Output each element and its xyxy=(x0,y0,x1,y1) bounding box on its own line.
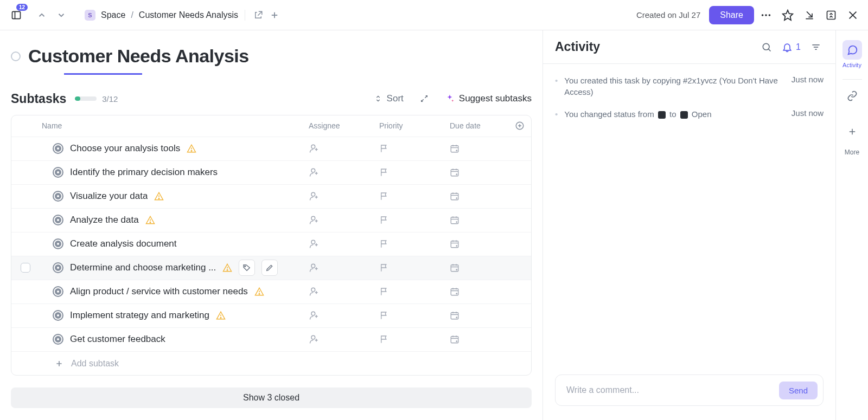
collapse-icon xyxy=(826,10,837,21)
close-button[interactable] xyxy=(846,9,859,22)
assignee-add-icon[interactable] xyxy=(309,167,320,178)
task-status-toggle[interactable] xyxy=(53,238,63,249)
search-icon xyxy=(761,42,772,53)
add-button[interactable] xyxy=(268,9,281,22)
external-link-button[interactable] xyxy=(252,9,265,22)
tag-button[interactable] xyxy=(239,260,255,276)
edit-button[interactable] xyxy=(261,260,278,276)
col-name[interactable]: Name xyxy=(40,121,309,130)
task-status-toggle[interactable] xyxy=(53,215,63,225)
due-date-icon[interactable] xyxy=(450,334,459,344)
table-row[interactable]: Get customer feedback xyxy=(11,328,531,352)
rail-activity-tab[interactable]: Activity xyxy=(840,40,865,68)
assignee-add-icon[interactable] xyxy=(309,238,320,249)
priority-flag-icon[interactable] xyxy=(379,287,389,296)
comment-input[interactable] xyxy=(566,385,779,395)
activity-search-button[interactable] xyxy=(759,40,774,55)
add-column-button[interactable] xyxy=(515,121,531,131)
rail-add-button[interactable] xyxy=(847,127,857,137)
task-status-toggle[interactable] xyxy=(53,191,63,202)
svg-point-16 xyxy=(191,151,192,152)
warning-icon xyxy=(145,215,155,225)
task-title[interactable]: Visualize your data xyxy=(70,191,148,202)
due-date-icon[interactable] xyxy=(450,311,459,320)
table-row[interactable]: Implement strategy and marketing xyxy=(11,304,531,328)
row-checkbox[interactable] xyxy=(21,263,30,273)
priority-flag-icon[interactable] xyxy=(379,215,389,225)
table-row[interactable]: Determine and choose marketing ... xyxy=(11,256,531,280)
table-row[interactable]: Identify the primary decision makers xyxy=(11,161,531,185)
crumb-task[interactable]: Customer Needs Analysis xyxy=(139,10,238,20)
due-date-icon[interactable] xyxy=(450,215,459,225)
task-title[interactable]: Identify the primary decision makers xyxy=(70,167,218,178)
nav-prev-button[interactable] xyxy=(35,8,49,22)
due-date-icon[interactable] xyxy=(450,167,459,177)
priority-flag-icon[interactable] xyxy=(379,239,389,249)
table-row[interactable]: Analyze the data xyxy=(11,209,531,232)
suggest-subtasks-button[interactable]: Suggest subtasks xyxy=(445,93,532,104)
table-row[interactable]: Align product / service with customer ne… xyxy=(11,280,531,304)
table-row[interactable]: Create analysis document xyxy=(11,232,531,256)
add-subtask-row[interactable]: Add subtask xyxy=(11,352,531,376)
task-title[interactable]: Align product / service with customer ne… xyxy=(70,286,248,297)
priority-flag-icon[interactable] xyxy=(379,191,389,201)
notifications-button[interactable]: 1 xyxy=(782,42,801,53)
task-status-toggle[interactable] xyxy=(53,310,63,321)
activity-filter-button[interactable] xyxy=(808,40,824,55)
collapse-button[interactable] xyxy=(825,9,838,22)
task-status-toggle[interactable] xyxy=(53,167,63,178)
activity-heading: Activity xyxy=(555,40,751,54)
task-status-toggle[interactable] xyxy=(53,143,63,154)
expand-button[interactable] xyxy=(420,94,429,103)
due-date-icon[interactable] xyxy=(450,263,459,273)
col-priority[interactable]: Priority xyxy=(379,121,450,130)
task-title[interactable]: Choose your analysis tools xyxy=(70,143,180,154)
table-row[interactable]: Visualize your data xyxy=(11,185,531,209)
task-status-toggle[interactable] xyxy=(53,286,63,297)
assignee-add-icon[interactable] xyxy=(309,215,320,225)
comment-box[interactable]: Send xyxy=(555,374,824,406)
sort-button[interactable]: Sort xyxy=(374,93,404,104)
dots-icon xyxy=(760,9,772,21)
crumb-space[interactable]: Space xyxy=(101,10,125,20)
favorite-button[interactable] xyxy=(781,9,794,22)
task-title[interactable]: Create analysis document xyxy=(70,238,177,249)
assignee-add-icon[interactable] xyxy=(309,334,320,345)
due-date-icon[interactable] xyxy=(450,239,459,249)
assignee-add-icon[interactable] xyxy=(309,143,320,154)
task-status-toggle[interactable] xyxy=(53,262,63,273)
due-date-icon[interactable] xyxy=(450,144,459,153)
priority-flag-icon[interactable] xyxy=(379,334,389,344)
task-title[interactable]: Determine and choose marketing ... xyxy=(70,262,216,273)
send-button[interactable]: Send xyxy=(779,382,818,399)
due-date-icon[interactable] xyxy=(450,287,459,296)
nav-next-button[interactable] xyxy=(54,8,68,22)
assignee-add-icon[interactable] xyxy=(309,262,320,273)
col-assignee[interactable]: Assignee xyxy=(309,121,379,130)
priority-flag-icon[interactable] xyxy=(379,167,389,177)
task-title[interactable]: Get customer feedback xyxy=(70,334,165,345)
rail-more-label[interactable]: More xyxy=(845,148,859,156)
priority-flag-icon[interactable] xyxy=(379,311,389,320)
page-title[interactable]: Customer Needs Analysis xyxy=(28,46,249,67)
show-closed-button[interactable]: Show 3 closed xyxy=(11,387,532,408)
space-badge[interactable]: S xyxy=(85,10,95,21)
activity-item: •You created this task by copying #2x1yv… xyxy=(555,75,824,98)
share-button[interactable]: Share xyxy=(709,6,754,24)
download-button[interactable] xyxy=(803,9,816,22)
more-button[interactable] xyxy=(760,9,773,22)
task-status-button[interactable] xyxy=(11,51,21,61)
assignee-add-icon[interactable] xyxy=(309,286,320,297)
rail-link-button[interactable] xyxy=(847,91,858,101)
task-title[interactable]: Analyze the data xyxy=(70,215,139,225)
priority-flag-icon[interactable] xyxy=(379,144,389,153)
table-row[interactable]: Choose your analysis tools xyxy=(11,137,531,161)
priority-flag-icon[interactable] xyxy=(379,263,389,273)
task-title[interactable]: Implement strategy and marketing xyxy=(70,310,209,321)
assignee-add-icon[interactable] xyxy=(309,191,320,202)
assignee-add-icon[interactable] xyxy=(309,310,320,321)
task-status-toggle[interactable] xyxy=(53,334,63,345)
col-due[interactable]: Due date xyxy=(450,121,515,130)
sidebar-toggle[interactable]: 12 xyxy=(9,8,24,23)
due-date-icon[interactable] xyxy=(450,191,459,201)
